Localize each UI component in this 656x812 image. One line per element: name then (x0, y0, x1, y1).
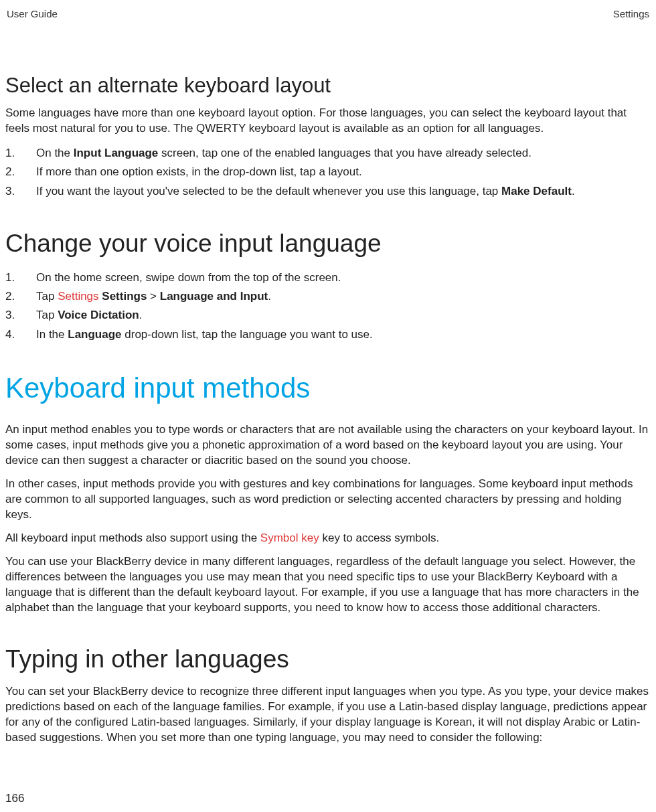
list-item: 4. In the Language drop-down list, tap t… (5, 326, 651, 343)
step-bold: Settings (102, 290, 147, 303)
section4-title: Typing in other languages (5, 645, 651, 674)
header-right: Settings (613, 8, 649, 19)
settings-icon: Settings (58, 290, 98, 303)
step-text: On the home screen, swipe down from the … (36, 271, 341, 284)
symbol-key-icon: Symbol key (260, 532, 319, 544)
p3-post: key to access symbols. (319, 532, 440, 544)
section3-title: Keyboard input methods (5, 373, 651, 404)
step-number: 3. (5, 183, 15, 200)
step-number: 4. (5, 326, 15, 343)
step-bold: Language and Input (160, 290, 268, 303)
section2-title: Change your voice input language (5, 230, 651, 258)
section2-steps: 1. On the home screen, swipe down from t… (5, 269, 651, 343)
section1-intro: Some languages have more than one keyboa… (5, 106, 651, 137)
list-item: 2. If more than one option exists, in th… (5, 163, 651, 181)
step-text: Tap (36, 309, 58, 321)
list-item: 3. Tap Voice Dictation. (5, 307, 651, 324)
section1-steps: 1. On the Input Language screen, tap one… (5, 145, 651, 200)
step-text: In the (36, 328, 68, 341)
list-item: 1. On the Input Language screen, tap one… (5, 145, 651, 162)
step-bold: Input Language (74, 147, 159, 159)
step-number: 3. (5, 307, 15, 324)
page-header: User Guide Settings (5, 8, 651, 19)
step-bold: Voice Dictation (58, 309, 139, 321)
step-text: > (147, 290, 159, 303)
step-number: 2. (5, 288, 15, 305)
step-text: drop-down list, tap the language you wan… (122, 328, 373, 341)
step-text: If you want the layout you've selected t… (36, 185, 501, 197)
step-number: 1. (5, 269, 15, 287)
step-text: On the (36, 147, 74, 159)
step-bold: Make Default (501, 185, 572, 197)
section3-p3: All keyboard input methods also support … (5, 531, 651, 546)
step-text: . (572, 185, 575, 197)
header-left: User Guide (7, 8, 58, 19)
section4-p1: You can set your BlackBerry device to re… (5, 684, 651, 746)
section3-p4: You can use your BlackBerry device in ma… (5, 554, 651, 616)
step-text: If more than one option exists, in the d… (36, 165, 362, 178)
section3-p2: In other cases, input methods provide yo… (5, 477, 651, 523)
step-bold: Language (68, 328, 121, 341)
list-item: 2. Tap Settings Settings > Language and … (5, 288, 651, 305)
step-text: . (268, 290, 271, 303)
step-number: 2. (5, 163, 15, 181)
step-text: . (139, 309, 143, 321)
section3-p1: An input method enables you to type word… (5, 422, 651, 469)
page-number: 166 (5, 792, 24, 805)
section1-title: Select an alternate keyboard layout (5, 73, 651, 98)
p3-pre: All keyboard input methods also support … (5, 532, 260, 544)
list-item: 3. If you want the layout you've selecte… (5, 183, 651, 200)
list-item: 1. On the home screen, swipe down from t… (5, 269, 651, 287)
step-text: Tap (36, 290, 58, 303)
step-number: 1. (5, 145, 15, 162)
step-text: screen, tap one of the enabled languages… (158, 147, 531, 159)
